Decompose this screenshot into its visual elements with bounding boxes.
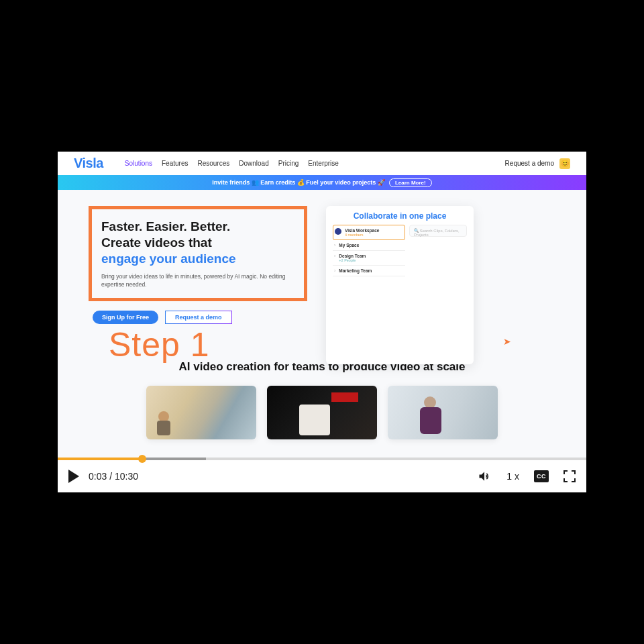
nav-features[interactable]: Features [162, 160, 188, 167]
feature-card[interactable] [388, 386, 498, 439]
volume-button[interactable] [477, 470, 492, 483]
time-display: 0:03 / 10:30 [89, 471, 138, 482]
signup-button[interactable]: Sign Up for Free [93, 311, 158, 324]
hero-headline: Faster. Easier. Better. Create videos th… [101, 219, 293, 266]
workspace-name: Visla Workspace [345, 228, 379, 233]
top-nav-bar: Visla Solutions Features Resources Downl… [58, 152, 586, 175]
hero-highlight-box: Faster. Easier. Better. Create videos th… [89, 206, 307, 301]
player-controls: 0:03 / 10:30 1 x CC [58, 460, 586, 492]
request-demo-button[interactable]: Request a demo [165, 311, 232, 324]
feature-cards [58, 386, 586, 439]
chevron-right-icon: › [334, 254, 335, 258]
step-annotation: Step 1 [109, 325, 307, 364]
request-demo-link[interactable]: Request a demo [505, 160, 554, 167]
video-player-frame: Visla Solutions Features Resources Downl… [58, 152, 586, 492]
fullscreen-button[interactable] [564, 470, 576, 482]
learn-more-button[interactable]: Learn More! [389, 178, 432, 187]
feature-card[interactable] [146, 386, 256, 439]
workspace-avatar-icon [335, 228, 341, 235]
workspace-name: My Space [339, 243, 359, 248]
fullscreen-icon [564, 470, 568, 474]
playback-speed-button[interactable]: 1 x [506, 471, 519, 482]
chevron-right-icon: › [334, 243, 335, 248]
hero-subtext: Bring your video ideas to life in minute… [101, 273, 293, 288]
feature-card[interactable] [267, 386, 377, 439]
headline-line2: Create videos that [101, 235, 212, 250]
play-icon [68, 470, 79, 483]
nav-download[interactable]: Download [239, 160, 268, 167]
card-thumbnail [267, 386, 377, 439]
time-separator: / [109, 471, 115, 482]
promo-ribbon: Invite friends 👥 Earn credits 💰 Fuel you… [58, 175, 586, 190]
workspace-name: Marketing Team [339, 268, 372, 273]
scrubber-handle[interactable] [138, 455, 146, 463]
speaker-icon [477, 470, 492, 483]
progress-bar[interactable] [58, 458, 586, 460]
workspace-sub: +2 People [339, 258, 366, 262]
video-content: Visla Solutions Features Resources Downl… [58, 152, 586, 458]
workspace-name: Design Team [339, 254, 366, 258]
hero-cta-row: Sign Up for Free Request a demo [93, 311, 307, 324]
play-progress-indicator [58, 458, 142, 460]
ribbon-text: Invite friends 👥 Earn credits 💰 Fuel you… [212, 179, 385, 186]
captions-button[interactable]: CC [534, 470, 549, 482]
workspace-item[interactable]: › My Space [333, 240, 405, 251]
play-button[interactable] [68, 470, 79, 483]
collab-search-input[interactable]: 🔍 Search Clips, Folders, Projects [409, 225, 467, 237]
duration: 10:30 [115, 471, 138, 482]
website-page: Visla Solutions Features Resources Downl… [58, 152, 586, 458]
collaborate-panel: Collaborate in one place Visla Workspace… [326, 206, 474, 364]
nav-resources[interactable]: Resources [197, 160, 229, 167]
profile-emoji-icon[interactable]: 😊 [559, 158, 570, 169]
nav-solutions[interactable]: Solutions [125, 160, 152, 167]
workspace-item[interactable]: › Marketing Team [333, 266, 405, 276]
nav-enterprise[interactable]: Enterprise [308, 160, 339, 167]
brand-logo[interactable]: Visla [74, 156, 103, 171]
workspace-sub: 4 members [345, 233, 379, 237]
current-time: 0:03 [89, 471, 107, 482]
nav-pricing[interactable]: Pricing [278, 160, 299, 167]
chevron-right-icon: › [334, 268, 335, 273]
workspace-list: Visla Workspace4 members › My Space › De… [333, 225, 405, 276]
collab-title: Collaborate in one place [333, 211, 467, 221]
headline-line1: Faster. Easier. Better. [101, 219, 230, 233]
main-nav: Solutions Features Resources Download Pr… [125, 160, 339, 167]
workspace-item[interactable]: Visla Workspace4 members [333, 225, 405, 240]
hero-section: Faster. Easier. Better. Create videos th… [58, 190, 586, 364]
search-placeholder: Search Clips, Folders, Projects [414, 229, 460, 237]
headline-line3: engage your audience [101, 252, 236, 266]
card-thumbnail [388, 386, 498, 439]
workspace-item[interactable]: › Design Team+2 People [333, 251, 405, 266]
cursor-pointer-icon: ➤ [503, 336, 511, 347]
card-thumbnail [146, 386, 256, 439]
